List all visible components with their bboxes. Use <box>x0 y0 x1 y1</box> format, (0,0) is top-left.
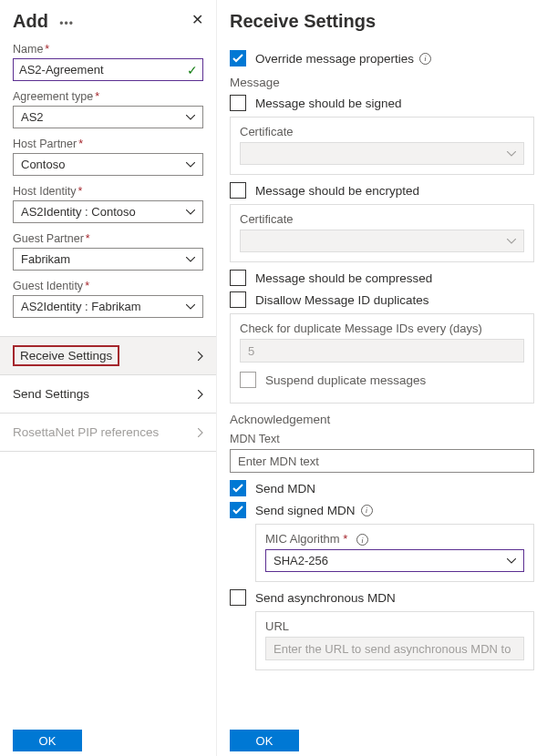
send-signed-mdn-checkbox[interactable] <box>230 502 246 518</box>
name-label: Name <box>13 43 203 56</box>
close-icon[interactable]: ✕ <box>191 11 203 28</box>
ack-section-title: Acknowledgement <box>230 413 534 426</box>
mic-algorithm-select[interactable]: SHA2-256 <box>265 549 524 572</box>
suspend-dupes-label: Suspend duplicate messages <box>265 373 426 387</box>
nav-receive-label: Receive Settings <box>13 345 119 366</box>
mdn-text-label: MDN Text <box>230 433 280 445</box>
agreement-type-label: Agreement type <box>13 90 203 103</box>
chevron-down-icon <box>186 162 195 168</box>
guest-partner-select[interactable]: Fabrikam <box>13 248 203 271</box>
chevron-down-icon <box>507 239 516 244</box>
certificate-label-1: Certificate <box>240 125 524 138</box>
info-icon[interactable]: i <box>356 534 368 546</box>
send-mdn-checkbox[interactable] <box>230 480 246 496</box>
suspend-dupes-checkbox <box>240 372 256 388</box>
override-label: Override message properties <box>255 52 414 66</box>
url-input <box>265 637 524 660</box>
chevron-down-icon <box>186 304 195 310</box>
chevron-down-icon <box>186 115 195 120</box>
nav-rosetta-label: RosettaNet PIP references <box>13 425 159 439</box>
encrypted-label: Message should be encrypted <box>255 184 419 198</box>
host-identity-label: Host Identity <box>13 185 203 198</box>
guest-partner-label: Guest Partner <box>13 232 203 245</box>
certificate-select-1 <box>240 142 524 165</box>
disallow-dupes-checkbox[interactable] <box>230 291 246 308</box>
chevron-down-icon <box>186 209 195 215</box>
override-checkbox[interactable] <box>230 50 246 66</box>
chevron-down-icon <box>507 151 516 157</box>
host-partner-select[interactable]: Contoso <box>13 153 203 176</box>
send-mdn-label: Send MDN <box>255 482 315 495</box>
host-partner-label: Host Partner <box>13 138 203 150</box>
ok-button-right[interactable]: OK <box>230 730 299 751</box>
nav-send-settings[interactable]: Send Settings <box>0 375 216 414</box>
name-input[interactable] <box>13 58 203 81</box>
receive-settings-panel: Receive Settings Override message proper… <box>217 0 547 756</box>
url-label: URL <box>265 619 524 633</box>
send-signed-mdn-label: Send signed MDN <box>255 504 356 517</box>
add-panel: Add ••• ✕ Name ✓ Agreement type AS2 Host… <box>0 0 217 756</box>
mic-algorithm-value: SHA2-256 <box>274 554 328 567</box>
guest-identity-select[interactable]: AS2Identity : Fabrikam <box>13 295 203 318</box>
chevron-right-icon <box>198 352 203 361</box>
guest-partner-value: Fabrikam <box>21 252 70 266</box>
more-icon[interactable]: ••• <box>59 17 74 30</box>
compressed-label: Message should be compressed <box>255 271 432 285</box>
guest-identity-label: Guest Identity <box>13 280 203 292</box>
encrypted-checkbox[interactable] <box>230 182 246 199</box>
mdn-text-input[interactable] <box>230 449 534 473</box>
check-dupes-label: Check for duplicate Message IDs every (d… <box>240 322 524 335</box>
info-icon[interactable]: i <box>419 53 431 65</box>
agreement-type-value: AS2 <box>21 110 44 124</box>
guest-identity-value: AS2Identity : Fabrikam <box>21 300 141 313</box>
compressed-checkbox[interactable] <box>230 270 246 286</box>
agreement-type-select[interactable]: AS2 <box>13 106 203 128</box>
send-async-mdn-checkbox[interactable] <box>230 589 246 606</box>
nav-send-label: Send Settings <box>13 387 89 401</box>
host-identity-select[interactable]: AS2Identity : Contoso <box>13 200 203 223</box>
signed-checkbox[interactable] <box>230 95 246 111</box>
nav-receive-settings[interactable]: Receive Settings <box>0 337 216 375</box>
send-async-mdn-label: Send asynchronous MDN <box>255 591 396 605</box>
disallow-dupes-label: Disallow Message ID duplicates <box>255 293 429 307</box>
ok-button-left[interactable]: OK <box>13 730 82 751</box>
check-dupes-input <box>240 339 524 363</box>
signed-label: Message should be signed <box>255 97 402 110</box>
message-section-title: Message <box>230 76 534 89</box>
chevron-down-icon <box>186 257 195 262</box>
chevron-right-icon <box>198 390 203 399</box>
chevron-down-icon <box>507 558 516 564</box>
mic-algorithm-label: MIC Algorithm * i <box>265 532 524 546</box>
host-partner-value: Contoso <box>21 158 65 171</box>
certificate-select-2 <box>240 230 524 252</box>
receive-settings-title: Receive Settings <box>230 11 376 32</box>
info-icon[interactable]: i <box>361 505 373 516</box>
nav-rosettanet[interactable]: RosettaNet PIP references <box>0 414 216 452</box>
add-title: Add <box>13 11 48 32</box>
host-identity-value: AS2Identity : Contoso <box>21 205 136 219</box>
certificate-label-2: Certificate <box>240 212 524 226</box>
check-icon: ✓ <box>187 63 198 77</box>
chevron-right-icon <box>198 428 203 437</box>
